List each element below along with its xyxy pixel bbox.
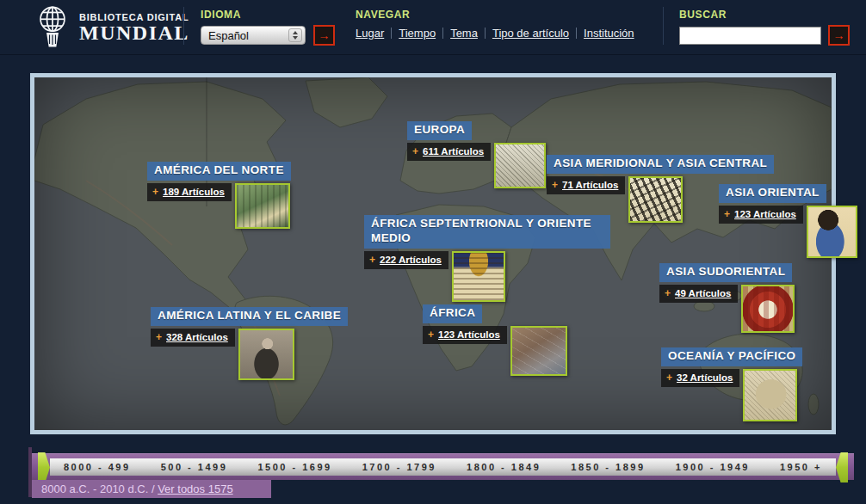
region-article-count[interactable]: + 189 Artículos bbox=[147, 183, 232, 201]
plus-icon: + bbox=[428, 329, 434, 341]
region-thumbnail[interactable] bbox=[494, 143, 546, 188]
region-oceania-y-pacifico: OCEANÍA Y PACÍFICO + 32 Artículos bbox=[661, 347, 802, 421]
plus-icon: + bbox=[156, 331, 162, 343]
region-thumbnail[interactable] bbox=[628, 176, 683, 223]
nav-separator bbox=[391, 28, 392, 39]
navegar-label: NAVEGAR bbox=[356, 9, 634, 21]
region-thumbnail[interactable] bbox=[741, 285, 795, 333]
brand-text: BIBLIOTECA DIGITAL MUNDIAL bbox=[79, 13, 189, 45]
region-thumbnail[interactable] bbox=[807, 206, 857, 258]
timeline-range[interactable]: 1900 - 1949 bbox=[676, 462, 750, 472]
brand-line2: MUNDIAL bbox=[79, 22, 189, 44]
region-article-count[interactable]: + 222 Artículos bbox=[364, 251, 448, 269]
region-title[interactable]: ASIA ORIENTAL bbox=[719, 184, 826, 203]
region-count-link[interactable]: 123 Artículos bbox=[438, 329, 500, 340]
region-asia-sudoriental: ASIA SUDORIENTAL + 49 Artículos bbox=[659, 263, 795, 333]
plus-icon: + bbox=[412, 145, 418, 157]
nav-link-lugar[interactable]: Lugar bbox=[356, 27, 384, 40]
brand-logo[interactable]: BIBLIOTECA DIGITAL MUNDIAL bbox=[34, 3, 189, 53]
region-title[interactable]: OCEANÍA Y PACÍFICO bbox=[661, 347, 802, 366]
timeline-range[interactable]: 1500 - 1699 bbox=[257, 462, 331, 472]
language-go-button[interactable]: → bbox=[313, 25, 335, 46]
region-america-del-norte: AMÉRICA DEL NORTE + 189 Artículos bbox=[147, 162, 291, 229]
region-thumbnail[interactable] bbox=[235, 183, 290, 229]
region-africa-septentrional-y-oriente-medio: ÁFRICA SEPTENTRIONAL Y ORIENTE MEDIO + 2… bbox=[364, 215, 614, 302]
idioma-label: IDIOMA bbox=[201, 9, 335, 21]
timeline-left-handle-icon[interactable] bbox=[38, 452, 50, 482]
timeline: 8000 - 499 500 - 1499 1500 - 1699 1700 -… bbox=[28, 447, 857, 497]
region-title[interactable]: ASIA SUDORIENTAL bbox=[659, 263, 792, 282]
search-go-button[interactable]: → bbox=[828, 25, 850, 46]
region-count-link[interactable]: 328 Artículos bbox=[166, 332, 228, 342]
timeline-bar: 8000 - 499 500 - 1499 1500 - 1699 1700 -… bbox=[32, 453, 854, 480]
nav-separator bbox=[485, 28, 486, 39]
header: BIBLIOTECA DIGITAL MUNDIAL IDIOMA Españo… bbox=[0, 0, 866, 55]
region-title[interactable]: EUROPA bbox=[407, 121, 472, 140]
region-count-link[interactable]: 222 Artículos bbox=[380, 255, 442, 265]
header-divider bbox=[663, 7, 664, 45]
region-thumbnail[interactable] bbox=[510, 326, 567, 376]
region-count-link[interactable]: 71 Artículos bbox=[562, 180, 618, 190]
language-section: IDIOMA Español → bbox=[201, 9, 335, 46]
timeline-range[interactable]: 1800 - 1849 bbox=[467, 462, 541, 472]
language-select[interactable]: Español bbox=[201, 26, 306, 45]
region-africa: ÁFRICA + 123 Artículos bbox=[423, 304, 567, 376]
region-article-count[interactable]: + 32 Artículos bbox=[661, 369, 739, 387]
select-stepper-icon[interactable] bbox=[288, 28, 302, 42]
region-count-link[interactable]: 32 Artículos bbox=[677, 372, 733, 383]
arrow-right-icon: → bbox=[833, 29, 845, 41]
nav-link-institucion[interactable]: Institución bbox=[584, 27, 634, 40]
view-all-link[interactable]: Ver todos 1575 bbox=[158, 482, 232, 495]
region-article-count[interactable]: + 123 Artículos bbox=[719, 206, 803, 224]
region-title[interactable]: AMÉRICA DEL NORTE bbox=[147, 162, 291, 181]
region-article-count[interactable]: + 611 Artículos bbox=[407, 143, 491, 161]
nav-separator bbox=[576, 28, 577, 39]
nav-link-tiempo[interactable]: Tiempo bbox=[399, 27, 436, 40]
timeline-track[interactable]: 8000 - 499 500 - 1499 1500 - 1699 1700 -… bbox=[50, 458, 836, 476]
timeline-right-handle-icon[interactable] bbox=[836, 452, 848, 482]
region-thumbnail[interactable] bbox=[238, 329, 294, 380]
arrow-right-icon: → bbox=[319, 29, 331, 41]
region-count-link[interactable]: 611 Artículos bbox=[423, 146, 484, 157]
search-section: BUSCAR → bbox=[679, 9, 850, 46]
nav-link-tipo-de-articulo[interactable]: Tipo de artículo bbox=[492, 27, 569, 40]
world-map: AMÉRICA DEL NORTE + 189 Artículos EUROPA… bbox=[30, 73, 836, 434]
region-america-latina-y-el-caribe: AMÉRICA LATINA Y EL CARIBE + 328 Artícul… bbox=[151, 307, 348, 380]
region-title[interactable]: AMÉRICA LATINA Y EL CARIBE bbox=[151, 307, 348, 326]
timeline-range[interactable]: 1950 + bbox=[780, 462, 822, 472]
plus-icon: + bbox=[666, 372, 672, 384]
plus-icon: + bbox=[552, 179, 558, 191]
plus-icon: + bbox=[724, 208, 730, 220]
navigate-section: NAVEGAR Lugar Tiempo Tema Tipo de artícu… bbox=[356, 9, 634, 40]
timeline-range-text: 8000 a.C. - 2010 d.C. / bbox=[41, 482, 155, 495]
timeline-range[interactable]: 1700 - 1799 bbox=[362, 462, 436, 472]
region-article-count[interactable]: + 49 Artículos bbox=[659, 285, 738, 303]
language-selected-value: Español bbox=[208, 29, 249, 42]
region-count-link[interactable]: 49 Artículos bbox=[675, 288, 731, 298]
timeline-summary: 8000 a.C. - 2010 d.C. / Ver todos 1575 bbox=[32, 480, 271, 498]
region-count-link[interactable]: 123 Artículos bbox=[734, 209, 796, 219]
nav-links: Lugar Tiempo Tema Tipo de artículo Insti… bbox=[356, 27, 634, 40]
region-thumbnail[interactable] bbox=[452, 251, 505, 302]
region-thumbnail[interactable] bbox=[743, 369, 797, 421]
region-article-count[interactable]: + 71 Artículos bbox=[547, 176, 625, 194]
region-article-count[interactable]: + 328 Artículos bbox=[151, 329, 235, 347]
timeline-range[interactable]: 1850 - 1899 bbox=[571, 462, 645, 472]
timeline-range[interactable]: 500 - 1499 bbox=[161, 462, 228, 472]
region-count-link[interactable]: 189 Artículos bbox=[163, 187, 225, 197]
plus-icon: + bbox=[152, 186, 158, 198]
region-title[interactable]: ÁFRICA SEPTENTRIONAL Y ORIENTE MEDIO bbox=[364, 215, 610, 249]
header-divider bbox=[183, 7, 184, 45]
region-asia-oriental: ASIA ORIENTAL + 123 Artículos bbox=[719, 184, 857, 258]
search-input[interactable] bbox=[679, 27, 821, 45]
plus-icon: + bbox=[665, 287, 671, 299]
nav-link-tema[interactable]: Tema bbox=[450, 27, 478, 40]
buscar-label: BUSCAR bbox=[679, 9, 850, 21]
timeline-range[interactable]: 8000 - 499 bbox=[64, 462, 131, 472]
region-title[interactable]: ÁFRICA bbox=[423, 304, 482, 323]
region-europa: EUROPA + 611 Artículos bbox=[407, 121, 546, 188]
nav-separator bbox=[442, 28, 443, 39]
region-title[interactable]: ASIA MERIDIONAL Y ASIA CENTRAL bbox=[547, 155, 774, 174]
plus-icon: + bbox=[369, 254, 375, 266]
region-article-count[interactable]: + 123 Artículos bbox=[423, 326, 507, 344]
